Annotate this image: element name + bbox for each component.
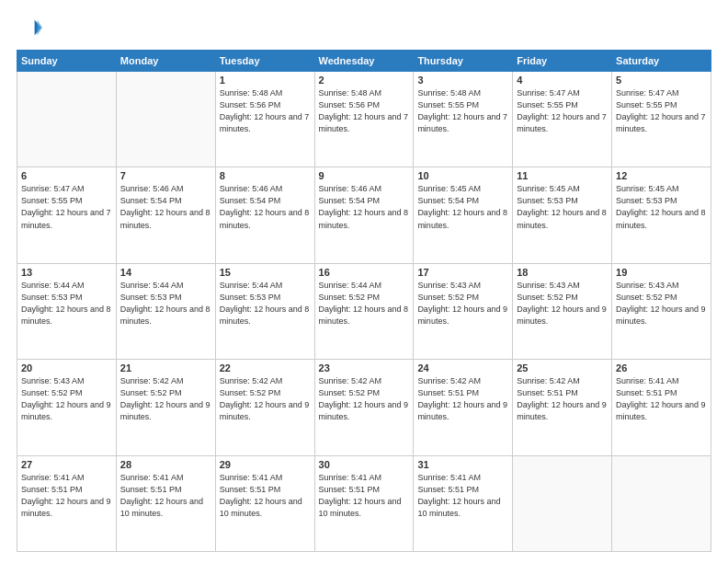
day-number: 28	[120, 459, 211, 470]
day-number: 1	[220, 75, 311, 86]
day-number: 24	[417, 362, 508, 373]
day-number: 25	[517, 362, 608, 373]
calendar-cell: 15Sunrise: 5:44 AMSunset: 5:53 PMDayligh…	[215, 263, 314, 359]
day-header-monday: Monday	[116, 51, 215, 72]
day-number: 15	[220, 267, 311, 278]
day-info: Sunrise: 5:43 AMSunset: 5:52 PMDaylight:…	[417, 280, 508, 327]
day-header-friday: Friday	[513, 51, 612, 72]
day-number: 3	[417, 75, 508, 86]
calendar-cell: 1Sunrise: 5:48 AMSunset: 5:56 PMDaylight…	[215, 72, 314, 167]
day-header-saturday: Saturday	[612, 51, 711, 72]
day-number: 22	[220, 362, 311, 373]
day-number: 10	[417, 170, 508, 181]
calendar-cell: 11Sunrise: 5:45 AMSunset: 5:53 PMDayligh…	[513, 167, 612, 263]
day-info: Sunrise: 5:45 AMSunset: 5:53 PMDaylight:…	[616, 183, 707, 231]
calendar-cell: 3Sunrise: 5:48 AMSunset: 5:55 PMDaylight…	[414, 72, 513, 167]
day-number: 2	[319, 75, 410, 86]
day-number: 6	[21, 170, 112, 181]
day-info: Sunrise: 5:45 AMSunset: 5:54 PMDaylight:…	[417, 183, 508, 231]
calendar-cell: 8Sunrise: 5:46 AMSunset: 5:54 PMDaylight…	[215, 167, 314, 263]
day-number: 16	[319, 267, 410, 278]
calendar-cell: 20Sunrise: 5:43 AMSunset: 5:52 PMDayligh…	[17, 360, 117, 455]
calendar-cell: 30Sunrise: 5:41 AMSunset: 5:51 PMDayligh…	[314, 455, 414, 551]
calendar-cell: 27Sunrise: 5:41 AMSunset: 5:51 PMDayligh…	[17, 455, 117, 551]
day-info: Sunrise: 5:42 AMSunset: 5:51 PMDaylight:…	[517, 375, 608, 423]
day-number: 17	[417, 267, 508, 278]
week-row-2: 6Sunrise: 5:47 AMSunset: 5:55 PMDaylight…	[17, 167, 711, 263]
day-info: Sunrise: 5:41 AMSunset: 5:51 PMDaylight:…	[120, 472, 211, 520]
day-number: 14	[120, 267, 211, 278]
calendar-cell: 26Sunrise: 5:41 AMSunset: 5:51 PMDayligh…	[612, 360, 711, 455]
calendar-cell: 4Sunrise: 5:47 AMSunset: 5:55 PMDaylight…	[513, 72, 612, 167]
day-number: 29	[220, 459, 311, 470]
day-info: Sunrise: 5:48 AMSunset: 5:55 PMDaylight:…	[417, 87, 508, 135]
day-info: Sunrise: 5:41 AMSunset: 5:51 PMDaylight:…	[319, 472, 410, 520]
calendar-cell: 18Sunrise: 5:43 AMSunset: 5:52 PMDayligh…	[513, 263, 612, 359]
logo-icon	[17, 15, 42, 40]
calendar-cell: 22Sunrise: 5:42 AMSunset: 5:52 PMDayligh…	[215, 360, 314, 455]
day-number: 5	[616, 75, 707, 86]
calendar-cell: 19Sunrise: 5:43 AMSunset: 5:52 PMDayligh…	[612, 263, 711, 359]
day-info: Sunrise: 5:46 AMSunset: 5:54 PMDaylight:…	[319, 183, 410, 231]
day-number: 27	[21, 459, 112, 470]
day-number: 20	[21, 362, 112, 373]
day-info: Sunrise: 5:41 AMSunset: 5:51 PMDaylight:…	[417, 472, 508, 520]
calendar-cell: 25Sunrise: 5:42 AMSunset: 5:51 PMDayligh…	[513, 360, 612, 455]
day-number: 18	[517, 267, 608, 278]
calendar-cell: 24Sunrise: 5:42 AMSunset: 5:51 PMDayligh…	[414, 360, 513, 455]
day-number: 4	[517, 75, 608, 86]
day-header-wednesday: Wednesday	[314, 51, 414, 72]
calendar-cell: 2Sunrise: 5:48 AMSunset: 5:56 PMDaylight…	[314, 72, 414, 167]
day-number: 31	[417, 459, 508, 470]
day-number: 12	[616, 170, 707, 181]
day-info: Sunrise: 5:41 AMSunset: 5:51 PMDaylight:…	[616, 375, 707, 423]
calendar-cell: 14Sunrise: 5:44 AMSunset: 5:53 PMDayligh…	[116, 263, 215, 359]
day-info: Sunrise: 5:47 AMSunset: 5:55 PMDaylight:…	[517, 87, 608, 135]
day-info: Sunrise: 5:47 AMSunset: 5:55 PMDaylight:…	[21, 183, 112, 231]
calendar-cell: 17Sunrise: 5:43 AMSunset: 5:52 PMDayligh…	[414, 263, 513, 359]
svg-marker-1	[37, 20, 42, 36]
calendar-cell	[17, 72, 117, 167]
calendar-cell	[612, 455, 711, 551]
day-info: Sunrise: 5:46 AMSunset: 5:54 PMDaylight:…	[120, 183, 211, 231]
day-number: 8	[220, 170, 311, 181]
calendar-cell: 13Sunrise: 5:44 AMSunset: 5:53 PMDayligh…	[17, 263, 117, 359]
week-row-5: 27Sunrise: 5:41 AMSunset: 5:51 PMDayligh…	[17, 455, 711, 551]
day-info: Sunrise: 5:43 AMSunset: 5:52 PMDaylight:…	[517, 280, 608, 327]
calendar-cell	[116, 72, 215, 167]
day-info: Sunrise: 5:48 AMSunset: 5:56 PMDaylight:…	[220, 87, 311, 135]
day-info: Sunrise: 5:42 AMSunset: 5:52 PMDaylight:…	[319, 375, 410, 423]
day-number: 13	[21, 267, 112, 278]
calendar-cell: 6Sunrise: 5:47 AMSunset: 5:55 PMDaylight…	[17, 167, 117, 263]
calendar-cell: 16Sunrise: 5:44 AMSunset: 5:52 PMDayligh…	[314, 263, 414, 359]
day-info: Sunrise: 5:43 AMSunset: 5:52 PMDaylight:…	[616, 280, 707, 327]
day-header-thursday: Thursday	[414, 51, 513, 72]
calendar-cell	[513, 455, 612, 551]
day-info: Sunrise: 5:44 AMSunset: 5:53 PMDaylight:…	[120, 280, 211, 327]
calendar-cell: 7Sunrise: 5:46 AMSunset: 5:54 PMDaylight…	[116, 167, 215, 263]
calendar-cell: 29Sunrise: 5:41 AMSunset: 5:51 PMDayligh…	[215, 455, 314, 551]
header	[17, 15, 711, 40]
day-number: 26	[616, 362, 707, 373]
day-info: Sunrise: 5:44 AMSunset: 5:53 PMDaylight:…	[220, 280, 311, 327]
day-number: 23	[319, 362, 410, 373]
day-header-tuesday: Tuesday	[215, 51, 314, 72]
day-info: Sunrise: 5:42 AMSunset: 5:52 PMDaylight:…	[120, 375, 211, 423]
calendar-cell: 12Sunrise: 5:45 AMSunset: 5:53 PMDayligh…	[612, 167, 711, 263]
day-header-sunday: Sunday	[17, 51, 117, 72]
day-info: Sunrise: 5:48 AMSunset: 5:56 PMDaylight:…	[319, 87, 410, 135]
day-number: 19	[616, 267, 707, 278]
week-row-4: 20Sunrise: 5:43 AMSunset: 5:52 PMDayligh…	[17, 360, 711, 455]
calendar-table: SundayMondayTuesdayWednesdayThursdayFrid…	[17, 50, 711, 552]
day-info: Sunrise: 5:42 AMSunset: 5:51 PMDaylight:…	[417, 375, 508, 423]
calendar-cell: 31Sunrise: 5:41 AMSunset: 5:51 PMDayligh…	[414, 455, 513, 551]
day-info: Sunrise: 5:41 AMSunset: 5:51 PMDaylight:…	[21, 472, 112, 520]
calendar-cell: 23Sunrise: 5:42 AMSunset: 5:52 PMDayligh…	[314, 360, 414, 455]
calendar-header-row: SundayMondayTuesdayWednesdayThursdayFrid…	[17, 51, 711, 72]
day-info: Sunrise: 5:47 AMSunset: 5:55 PMDaylight:…	[616, 87, 707, 135]
day-number: 30	[319, 459, 410, 470]
week-row-3: 13Sunrise: 5:44 AMSunset: 5:53 PMDayligh…	[17, 263, 711, 359]
day-info: Sunrise: 5:41 AMSunset: 5:51 PMDaylight:…	[220, 472, 311, 520]
day-info: Sunrise: 5:46 AMSunset: 5:54 PMDaylight:…	[220, 183, 311, 231]
calendar-cell: 28Sunrise: 5:41 AMSunset: 5:51 PMDayligh…	[116, 455, 215, 551]
